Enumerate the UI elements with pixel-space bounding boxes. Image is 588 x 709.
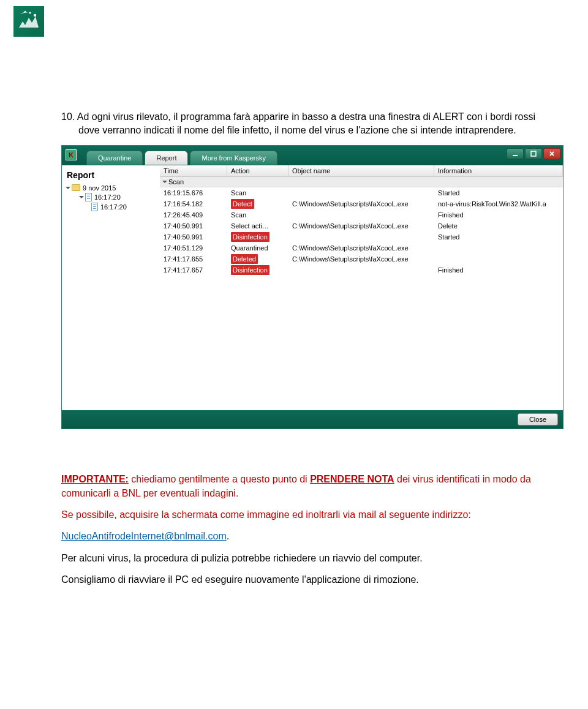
left-tree: Report 9 nov 2015 16:17:20 16:17:20: [62, 165, 160, 410]
kaspersky-window: K Quarantine Report More from Kaspersky …: [61, 145, 564, 429]
important-note: IMPORTANTE: chiediamo gentilmente a ques…: [61, 472, 545, 500]
tab-report[interactable]: Report: [145, 151, 188, 165]
scan-group-row[interactable]: Scan: [160, 177, 563, 187]
scan-group-label: Scan: [168, 178, 184, 186]
cell-info: Started: [434, 231, 563, 242]
minimize-button[interactable]: [507, 148, 524, 159]
close-icon: [549, 151, 555, 157]
cell-object: C:\Windows\Setup\scripts\faXcooL.exe: [288, 220, 434, 231]
cell-action: Deleted: [227, 253, 288, 264]
cell-time: 17:40:50.991: [160, 231, 227, 242]
acquire-note: Se possibile, acquisire la schermata com…: [61, 508, 545, 522]
table-header: Time Action Object name Information: [160, 165, 563, 177]
report-title: Report: [64, 168, 157, 184]
col-time[interactable]: Time: [160, 165, 227, 176]
expand-icon: [162, 181, 167, 183]
cell-info: not-a-virus:RiskTool.Win32.WatKill.a: [434, 198, 563, 209]
cell-object: C:\Windows\Setup\scripts\faXcooL.exe: [288, 198, 434, 209]
col-information[interactable]: Information: [434, 165, 563, 176]
cell-time: 16:19:15.676: [160, 187, 227, 198]
cell-time: 17:41:17.655: [160, 253, 227, 264]
important-label: IMPORTANTE:: [61, 474, 129, 484]
kaspersky-logo-icon: K: [66, 149, 77, 160]
cell-action: Disinfection: [227, 264, 288, 276]
cell-object: C:\Windows\Setup\scripts\faXcooL.exe: [288, 253, 434, 264]
maximize-button[interactable]: [525, 148, 542, 159]
alert-badge: Disinfection: [231, 265, 270, 275]
window-footer: Close: [62, 410, 563, 429]
cell-action: Select acti…: [227, 220, 288, 231]
cell-object: [288, 209, 434, 220]
tree-time-row[interactable]: 16:17:20: [64, 202, 157, 212]
expand-icon: [79, 196, 84, 198]
window-close-button[interactable]: [543, 148, 560, 159]
tab-quarantine[interactable]: Quarantine: [86, 151, 143, 165]
document-icon: [91, 203, 98, 211]
tree-date-label: 9 nov 2015: [83, 184, 116, 192]
cell-object: [288, 187, 434, 198]
alert-badge: Detect: [231, 199, 254, 209]
expand-icon: [66, 187, 70, 189]
minimize-icon: [512, 151, 518, 157]
svg-point-1: [29, 12, 31, 13]
cell-action: Scan: [227, 187, 288, 198]
tree-time-label: 16:17:20: [100, 203, 127, 211]
alert-badge: Deleted: [231, 254, 258, 264]
step-10-text: 10. Ad ogni virus rilevato, il programma…: [61, 110, 545, 138]
tab-more[interactable]: More from Kaspersky: [190, 151, 277, 165]
cell-info: [434, 242, 563, 253]
table-row[interactable]: 17:16:54.182DetectC:\Windows\Setup\scrip…: [160, 198, 563, 209]
cell-info: [434, 253, 563, 264]
cell-object: [288, 264, 434, 276]
cell-time: 17:41:17.657: [160, 264, 227, 276]
table-row[interactable]: 17:40:50.991DisinfectionStarted: [160, 231, 563, 242]
cell-info: Finished: [434, 264, 563, 276]
reboot-note: Per alcuni virus, la procedura di pulizi…: [61, 551, 545, 565]
cell-action: Disinfection: [227, 231, 288, 242]
titlebar: K Quarantine Report More from Kaspersky: [62, 146, 563, 165]
col-action[interactable]: Action: [227, 165, 288, 176]
table-row[interactable]: 17:26:45.409ScanFinished: [160, 209, 563, 220]
table-row[interactable]: 17:41:17.655DeletedC:\Windows\Setup\scri…: [160, 253, 563, 264]
table-row[interactable]: 17:40:51.129QuarantinedC:\Windows\Setup\…: [160, 242, 563, 253]
contact-email-link[interactable]: NucleoAntifrodeInternet@bnlmail.com: [61, 531, 227, 541]
close-button[interactable]: Close: [518, 413, 558, 426]
table-row[interactable]: 17:41:17.657DisinfectionFinished: [160, 264, 563, 276]
table-row[interactable]: 16:19:15.676ScanStarted: [160, 187, 563, 198]
cell-action: Scan: [227, 209, 288, 220]
cell-action: Quarantined: [227, 242, 288, 253]
folder-icon: [72, 184, 80, 191]
tree-time-row[interactable]: 16:17:20: [64, 192, 157, 202]
bnp-logo: [13, 6, 44, 37]
cell-info: Started: [434, 187, 563, 198]
tree-time-label: 16:17:20: [94, 193, 121, 201]
svg-point-0: [34, 14, 36, 17]
svg-point-2: [24, 11, 26, 13]
cell-object: [288, 231, 434, 242]
alert-badge: Disinfection: [231, 232, 270, 242]
table-row[interactable]: 17:40:50.991Select acti…C:\Windows\Setup…: [160, 220, 563, 231]
rerun-note: Consigliamo di riavviare il PC ed esegui…: [61, 572, 545, 587]
cell-action: Detect: [227, 198, 288, 209]
col-object[interactable]: Object name: [288, 165, 434, 176]
cell-info: Delete: [434, 220, 563, 231]
document-icon: [85, 193, 92, 201]
cell-time: 17:40:51.129: [160, 242, 227, 253]
cell-time: 17:16:54.182: [160, 198, 227, 209]
svg-rect-3: [513, 155, 518, 156]
cell-object: C:\Windows\Setup\scripts\faXcooL.exe: [288, 242, 434, 253]
maximize-icon: [530, 151, 537, 157]
cell-info: Finished: [434, 209, 563, 220]
tree-date-row[interactable]: 9 nov 2015: [64, 184, 157, 192]
svg-rect-4: [531, 151, 536, 156]
contact-email-line: NucleoAntifrodeInternet@bnlmail.com.: [61, 529, 545, 543]
cell-time: 17:40:50.991: [160, 220, 227, 231]
cell-time: 17:26:45.409: [160, 209, 227, 220]
